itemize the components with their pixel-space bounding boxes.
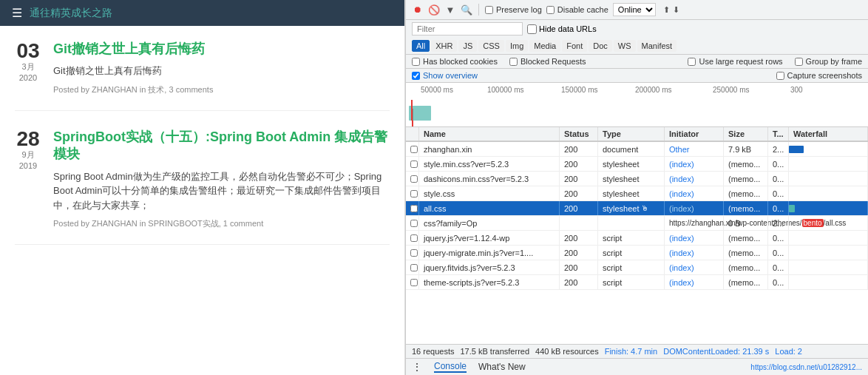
header-time[interactable]: T... — [768, 127, 789, 141]
post-title-2[interactable]: SpringBoot实战（十五）:Spring Boot Admin 集成告警模… — [53, 129, 390, 163]
tab-console[interactable]: Console — [434, 361, 467, 373]
preserve-log-checkbox[interactable]: Preserve log — [485, 5, 542, 14]
stop-icon[interactable]: 🚫 — [428, 4, 440, 16]
table-row[interactable]: zhanghan.xin 200 document Other 7.9 kB 2… — [406, 142, 868, 157]
upload-icon[interactable]: ⬆ — [663, 5, 670, 15]
table-row-tooltip[interactable]: css?family=Op https://zhanghan.xin/wp-co… — [406, 216, 868, 231]
row-time: 0... — [768, 231, 789, 245]
filter-doc[interactable]: Doc — [589, 40, 612, 52]
row-size: (memo... — [724, 201, 768, 215]
row-time: 0... — [768, 172, 789, 186]
use-large-rows-checkbox[interactable]: Use large request rows — [688, 57, 782, 66]
row-initiator[interactable]: (index) — [665, 201, 724, 215]
filter-manifest[interactable]: Manifest — [637, 40, 677, 52]
options-bar-2: Show overview Capture screenshots — [406, 69, 868, 83]
row-checkbox[interactable] — [406, 201, 419, 215]
row-waterfall — [789, 216, 868, 230]
post-excerpt-2: Spring Boot Admin做为生产级的监控工具，必然自动化告警必不可少；… — [53, 169, 390, 213]
row-checkbox[interactable] — [406, 275, 419, 289]
blog-title[interactable]: 通往精英成长之路 — [30, 7, 112, 20]
show-overview-checkbox[interactable]: Show overview — [412, 71, 478, 80]
filter-font[interactable]: Font — [562, 40, 587, 52]
post-month-2: 9月 2019 — [15, 149, 41, 172]
record-icon[interactable]: ⏺ — [412, 4, 424, 16]
load-time: Load: 2 — [775, 347, 802, 356]
filter-media[interactable]: Media — [529, 40, 560, 52]
download-icon[interactable]: ⬇ — [673, 5, 679, 15]
table-row[interactable]: theme-scripts.js?ver=5.2.3 200 script (i… — [406, 275, 868, 290]
devtools-menu-icon[interactable]: ⋮ — [412, 361, 422, 373]
tab-whats-new[interactable]: What's New — [478, 362, 526, 372]
header-size[interactable]: Size — [724, 127, 768, 141]
post-title-1[interactable]: Git撤销之世上真有后悔药 — [53, 41, 390, 58]
options-bar: Has blocked cookies Blocked Requests Use… — [406, 55, 868, 69]
row-checkbox[interactable] — [406, 246, 419, 260]
post-day-2: 28 — [15, 129, 41, 149]
tick-4: 200000 ms — [635, 86, 671, 94]
row-initiator[interactable]: (index) — [665, 157, 724, 171]
header-waterfall[interactable]: Waterfall — [789, 127, 868, 141]
disable-cache-checkbox[interactable]: Disable cache — [546, 5, 608, 14]
hamburger-icon[interactable]: ☰ — [12, 6, 22, 20]
row-checkbox[interactable] — [406, 157, 419, 171]
throttle-select[interactable]: Online — [613, 3, 656, 16]
capture-screenshots-checkbox[interactable]: Capture screenshots — [776, 71, 863, 80]
filter-img[interactable]: Img — [506, 40, 528, 52]
filter-xhr[interactable]: XHR — [431, 40, 457, 52]
row-type: stylesheet — [598, 172, 665, 186]
row-name: style.min.css?ver=5.2.3 — [419, 157, 560, 171]
row-status — [560, 216, 598, 230]
filter-all[interactable]: All — [412, 40, 430, 52]
blocked-requests-checkbox[interactable]: Blocked Requests — [509, 57, 586, 66]
row-status: 200 — [560, 201, 598, 215]
table-row[interactable]: dashicons.min.css?ver=5.2.3 200 styleshe… — [406, 172, 868, 186]
tick-1: 50000 ms — [421, 86, 453, 94]
hide-data-urls-checkbox[interactable]: Hide data URLs — [527, 24, 597, 34]
has-blocked-cookies-checkbox[interactable]: Has blocked cookies — [412, 57, 498, 66]
header-type[interactable]: Type — [598, 127, 665, 141]
row-status: 200 — [560, 142, 598, 156]
row-checkbox[interactable] — [406, 186, 419, 200]
row-waterfall — [789, 186, 868, 200]
table-row[interactable]: jquery-migrate.min.js?ver=1.... 200 scri… — [406, 246, 868, 260]
row-checkbox[interactable] — [406, 142, 419, 156]
table-row[interactable]: style.min.css?ver=5.2.3 200 stylesheet (… — [406, 157, 868, 172]
header-name[interactable]: Name — [419, 127, 560, 141]
row-size: (memo... — [724, 246, 768, 260]
filter-css[interactable]: CSS — [478, 40, 504, 52]
row-time: 2... — [768, 142, 789, 156]
table-row[interactable]: jquery.fitvids.js?ver=5.2.3 200 script (… — [406, 260, 868, 275]
row-checkbox[interactable] — [406, 172, 419, 186]
requests-count: 16 requests — [412, 347, 454, 356]
filter-icon[interactable]: ▼ — [444, 4, 456, 16]
row-initiator[interactable]: (index) — [665, 275, 724, 289]
row-name: css?family=Op — [419, 216, 560, 230]
status-bar: 16 requests 17.5 kB transferred 440 kB r… — [406, 344, 868, 358]
header-status[interactable]: Status — [560, 127, 598, 141]
filter-bar: Hide data URLs All XHR JS CSS Img Media … — [406, 20, 868, 55]
table-row-selected[interactable]: all.css 200 stylesheet🖱 (index) (memo...… — [406, 201, 868, 216]
row-initiator[interactable]: (index) — [665, 260, 724, 274]
row-time: 0... — [768, 201, 789, 215]
row-checkbox[interactable] — [406, 260, 419, 274]
row-initiator[interactable]: (index) — [665, 246, 724, 260]
filter-input[interactable] — [412, 22, 523, 36]
row-size: (memo... — [724, 186, 768, 200]
row-initiator: Other — [665, 142, 724, 156]
post-month-1: 3月 2020 — [15, 61, 41, 84]
row-name: jquery.fitvids.js?ver=5.2.3 — [419, 260, 560, 274]
table-row[interactable]: style.css 200 stylesheet (index) (memo..… — [406, 186, 868, 201]
header-initiator[interactable]: Initiator — [665, 127, 724, 141]
tick-6: 300 — [790, 86, 803, 94]
row-initiator[interactable]: (index) — [665, 231, 724, 245]
table-row[interactable]: jquery.js?ver=1.12.4-wp 200 script (inde… — [406, 231, 868, 246]
group-by-frame-checkbox[interactable]: Group by frame — [795, 57, 862, 66]
row-waterfall — [789, 142, 868, 156]
row-initiator[interactable]: (index) — [665, 186, 724, 200]
search-icon[interactable]: 🔍 — [461, 4, 472, 16]
filter-ws[interactable]: WS — [614, 40, 636, 52]
row-checkbox[interactable] — [406, 231, 419, 245]
filter-js[interactable]: JS — [458, 40, 477, 52]
row-checkbox[interactable] — [406, 216, 419, 230]
row-initiator[interactable]: (index) — [665, 172, 724, 186]
